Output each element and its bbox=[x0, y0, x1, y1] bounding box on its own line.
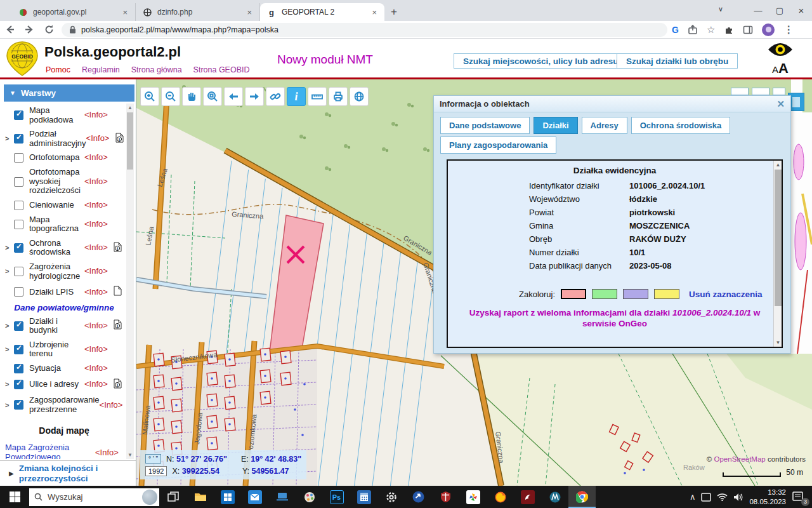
tray-expand-icon[interactable]: ∧ bbox=[690, 492, 696, 502]
layer-info-link[interactable]: <Info> bbox=[84, 364, 114, 373]
layer-info-link[interactable]: <Info> bbox=[84, 220, 114, 229]
identify-info-icon[interactable]: i bbox=[287, 87, 306, 106]
mail-app-icon[interactable] bbox=[241, 486, 268, 508]
calculator-icon[interactable] bbox=[350, 486, 377, 508]
layer-info-link[interactable]: <Info> bbox=[84, 380, 114, 389]
hidden-toolbar-button[interactable] bbox=[752, 88, 769, 95]
accessibility-eye-icon[interactable] bbox=[767, 41, 794, 58]
link-strona-geobid[interactable]: Strona GEOBID bbox=[193, 65, 250, 74]
dms-format-button[interactable]: ° ' " bbox=[145, 454, 161, 464]
layer-info-link[interactable]: <Info> bbox=[84, 243, 114, 253]
expand-chevron-icon[interactable]: > bbox=[5, 267, 14, 275]
file-explorer-icon[interactable] bbox=[187, 486, 214, 508]
scroll-up-icon[interactable]: ▲ bbox=[126, 105, 134, 110]
clear-selection-link[interactable]: Usuń zaznaczenia bbox=[689, 290, 763, 299]
wifi-icon[interactable] bbox=[717, 493, 728, 501]
motorola-icon[interactable] bbox=[541, 486, 568, 508]
layer-info-link[interactable]: <Info> bbox=[84, 201, 114, 210]
layer-checkbox[interactable] bbox=[14, 110, 23, 120]
zoom-window-icon[interactable] bbox=[203, 87, 222, 106]
forward-icon[interactable] bbox=[24, 24, 35, 35]
layer-info-link[interactable]: <Info> bbox=[100, 401, 126, 410]
expand-chevron-icon[interactable]: > bbox=[5, 345, 14, 353]
layer-checkbox[interactable] bbox=[14, 220, 23, 229]
firefox-icon[interactable] bbox=[487, 486, 514, 508]
layer-info-link[interactable]: <Info> bbox=[86, 134, 115, 144]
microsoft-store-icon[interactable] bbox=[214, 486, 241, 508]
profile-avatar[interactable] bbox=[762, 23, 775, 36]
close-window-button[interactable]: × bbox=[790, 5, 812, 16]
laptop-app-icon[interactable] bbox=[268, 486, 296, 508]
tray-device-icon[interactable] bbox=[701, 493, 711, 502]
pan-hand-icon[interactable] bbox=[182, 87, 201, 106]
paint-app-icon[interactable] bbox=[296, 486, 323, 508]
reload-icon[interactable] bbox=[44, 24, 55, 35]
back-icon[interactable] bbox=[4, 24, 15, 35]
map-viewport[interactable]: Leśna Leśna Graniczna Graniczna Graniczn… bbox=[136, 79, 812, 486]
sidebar-scrollbar[interactable]: ▲ ▼ bbox=[126, 104, 134, 459]
tab-dzialki[interactable]: Działki bbox=[534, 117, 577, 134]
layer-info-link[interactable]: <Info> bbox=[84, 110, 114, 120]
taskbar-search[interactable]: Wyszukaj bbox=[29, 488, 159, 506]
google-services-icon[interactable]: G bbox=[672, 25, 679, 35]
layer-order-toggle[interactable]: ▶ Zmiana kolejności i przezroczystości bbox=[0, 460, 136, 486]
layer-info-link[interactable]: <Info> bbox=[84, 345, 114, 354]
dialog-scrollbar[interactable]: ▲ ▼ bbox=[773, 161, 782, 347]
grid-1992-button[interactable]: 1992 bbox=[145, 466, 167, 476]
scroll-down-icon[interactable]: ▼ bbox=[126, 452, 134, 458]
expand-chevron-icon[interactable]: > bbox=[5, 380, 14, 388]
share-icon[interactable] bbox=[688, 25, 698, 35]
start-button[interactable] bbox=[0, 486, 29, 508]
update-arrow-icon[interactable] bbox=[405, 486, 432, 508]
next-view-icon[interactable] bbox=[245, 87, 264, 106]
expand-chevron-icon[interactable]: > bbox=[5, 401, 14, 409]
info-doc-icon[interactable]: i bbox=[114, 242, 124, 255]
url-bar[interactable]: polska.geoportal2.pl/map/www/mapa.php?ma… bbox=[62, 23, 667, 37]
layer-checkbox[interactable] bbox=[14, 201, 23, 210]
tab-close-icon[interactable]: × bbox=[370, 8, 378, 17]
dialog-close-icon[interactable]: ✕ bbox=[776, 98, 785, 110]
pinwheel-app-icon[interactable] bbox=[459, 486, 487, 508]
layer-checkbox[interactable] bbox=[14, 400, 23, 410]
layer-checkbox[interactable] bbox=[14, 243, 23, 253]
tab-adresy[interactable]: Adresy bbox=[582, 117, 627, 134]
antivirus-shield-icon[interactable] bbox=[432, 486, 459, 508]
osm-link[interactable]: OpenStreetMap bbox=[714, 455, 766, 463]
world-globe-icon[interactable] bbox=[350, 87, 369, 106]
color-swatch-yellow[interactable] bbox=[654, 289, 679, 299]
bookmark-star-icon[interactable]: ☆ bbox=[707, 24, 715, 36]
photoshop-icon[interactable]: Ps bbox=[323, 486, 350, 508]
layer-info-link[interactable]: <Info> bbox=[84, 321, 114, 331]
dialog-titlebar[interactable]: Informacja o obiektach ✕ bbox=[434, 96, 790, 112]
layer-info-link[interactable]: <Info> bbox=[95, 448, 124, 458]
browser-tab-1[interactable]: geoportal.gov.pl × bbox=[11, 3, 136, 21]
layer-checkbox[interactable] bbox=[14, 364, 23, 373]
browser-tab-2[interactable]: dzinfo.php × bbox=[136, 3, 260, 21]
add-map-link[interactable]: Mapa Zagrożenia Powodziowego bbox=[5, 443, 95, 459]
tab-ochrona-srodowiska[interactable]: Ochrona środowiska bbox=[631, 117, 731, 134]
layer-info-link[interactable]: <Info> bbox=[84, 177, 114, 187]
info-doc-icon[interactable]: i bbox=[114, 319, 124, 332]
scroll-down-icon[interactable]: ▼ bbox=[774, 340, 782, 345]
info-doc-icon[interactable]: i bbox=[115, 133, 126, 145]
tab-search-icon[interactable]: ∨ bbox=[718, 5, 723, 13]
task-view-icon[interactable] bbox=[159, 486, 187, 508]
hidden-toolbar-button[interactable] bbox=[731, 88, 749, 95]
layer-checkbox[interactable] bbox=[14, 134, 23, 144]
layer-info-link[interactable]: <Info> bbox=[84, 288, 114, 297]
expand-chevron-icon[interactable]: > bbox=[5, 322, 14, 330]
layer-checkbox[interactable] bbox=[14, 153, 23, 163]
info-doc-icon[interactable]: i bbox=[114, 378, 124, 391]
zoom-in-icon[interactable] bbox=[140, 87, 159, 106]
dragon-app-icon[interactable] bbox=[514, 486, 541, 508]
extensions-puzzle-icon[interactable] bbox=[724, 25, 734, 35]
layer-info-link[interactable]: <Info> bbox=[84, 267, 114, 276]
tab-close-icon[interactable]: × bbox=[246, 8, 253, 17]
search-highlight-image[interactable] bbox=[142, 490, 157, 505]
browser-tab-active[interactable]: g GEOPORTAL 2 × bbox=[260, 3, 384, 21]
notification-center-icon[interactable]: 3 bbox=[792, 490, 807, 504]
minimize-button[interactable]: — bbox=[747, 6, 769, 15]
search-place-button[interactable]: Szukaj miejscowości, ulicy lub adresu bbox=[454, 53, 628, 69]
layer-checkbox[interactable] bbox=[14, 177, 23, 187]
maximize-button[interactable]: ▢ bbox=[769, 6, 790, 15]
